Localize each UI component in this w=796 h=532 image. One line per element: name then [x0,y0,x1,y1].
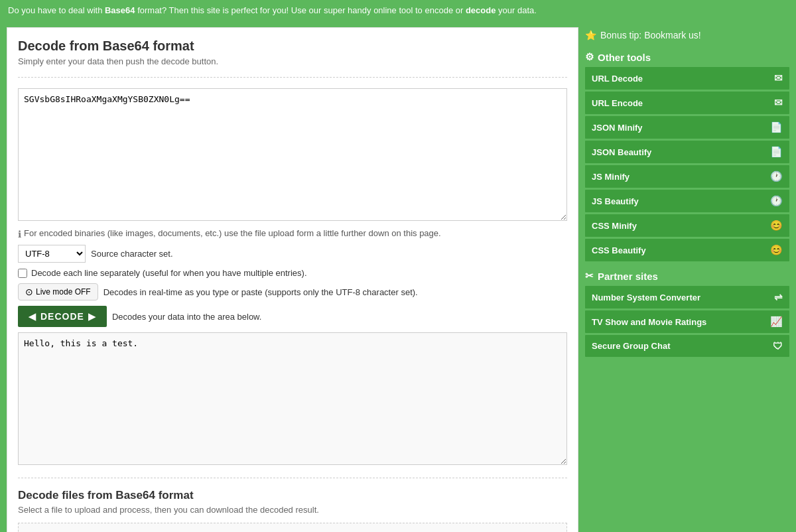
sidebar-item-js-beautify[interactable]: JS Beautify 🕐 [585,190,789,212]
bonus-tip: ⭐ Bonus tip: Bookmark us! [585,27,789,47]
base64-input[interactable]: SGVsbG8sIHRoaXMgaXMgYSB0ZXN0Lg== [18,88,567,221]
charset-select[interactable]: UTF-8 ISO-8859-1 ASCII [18,245,86,263]
info-text: ℹ For encoded binaries (like images, doc… [18,228,567,239]
css-beautify-icon: 😊 [770,244,783,256]
secure-chat-icon: 🛡 [773,340,783,352]
number-converter-icon: ⇌ [774,291,783,303]
sidebar-item-url-decode[interactable]: URL Decode ✉ [585,67,789,90]
decode-button[interactable]: ◀ DECODE ▶ [18,306,107,327]
decode-arrow-right: ▶ [88,311,96,322]
css-minify-label: CSS Minify [592,221,637,231]
content-area: Decode from Base64 format Simply enter y… [7,27,578,532]
charset-row: UTF-8 ISO-8859-1 ASCII Source character … [18,245,567,263]
decode-desc: Decodes your data into the area below. [112,312,261,322]
toggle-icon: ⊙ [25,287,33,297]
sidebar-item-js-minify[interactable]: JS Minify 🕐 [585,165,789,188]
decode-row: ◀ DECODE ▶ Decodes your data into the ar… [18,306,567,327]
sidebar-item-url-encode[interactable]: URL Encode ✉ [585,92,789,114]
sidebar-item-json-minify[interactable]: JSON Minify 📄 [585,116,789,139]
multiline-checkbox[interactable] [18,269,27,278]
files-section-title: Decode files from Base64 format [18,489,567,502]
url-encode-icon: ✉ [774,97,783,109]
gear-icon: ⚙ [585,51,594,63]
sidebar-item-css-beautify[interactable]: CSS Beautify 😊 [585,239,789,261]
js-minify-icon: 🕐 [770,170,783,182]
decode-label: DECODE [40,311,84,322]
json-minify-label: JSON Minify [592,123,643,133]
charset-label: Source character set. [91,249,173,259]
url-decode-icon: ✉ [774,72,783,84]
url-encode-label: URL Encode [592,98,643,108]
checkbox-row: Decode each line separately (useful for … [18,268,567,278]
css-minify-icon: 😊 [770,220,783,232]
top-banner: Do you have to deal with Base64 format? … [0,0,796,21]
secure-chat-label: Secure Group Chat [592,341,670,351]
js-beautify-icon: 🕐 [770,195,783,207]
tv-ratings-label: TV Show and Movie Ratings [592,317,706,327]
json-minify-icon: 📄 [770,121,783,133]
info-icon: ℹ [18,229,21,239]
tv-ratings-icon: 📈 [770,316,783,328]
number-converter-label: Number System Converter [592,293,700,302]
page-subtitle: Simply enter your data then push the dec… [18,56,567,66]
divider-top [18,77,567,78]
sidebar: ⭐ Bonus tip: Bookmark us! ⚙ Other tools … [585,27,789,532]
js-minify-label: JS Minify [592,172,630,182]
star-icon: ⭐ [585,30,596,40]
url-decode-label: URL Decode [592,74,643,84]
decode-arrow-left: ◀ [29,311,36,322]
json-beautify-icon: 📄 [770,146,783,158]
livemode-desc: Decodes in real-time as you type or past… [103,287,418,297]
sidebar-item-secure-chat[interactable]: Secure Group Chat 🛡 [585,335,789,357]
page-title: Decode from Base64 format [18,38,567,54]
other-tools-title: ⚙ Other tools [585,47,789,67]
json-beautify-label: JSON Beautify [592,147,651,157]
file-upload-area[interactable] [18,523,567,532]
sidebar-item-json-beautify[interactable]: JSON Beautify 📄 [585,141,789,163]
checkbox-label: Decode each line separately (useful for … [31,268,307,278]
livemode-button[interactable]: ⊙ Live mode OFF [18,283,98,300]
livemode-row: ⊙ Live mode OFF Decodes in real-time as … [18,283,567,300]
partner-icon: ✂ [585,270,594,282]
divider-files [18,478,567,478]
sidebar-item-number-converter[interactable]: Number System Converter ⇌ [585,286,789,308]
sidebar-item-css-minify[interactable]: CSS Minify 😊 [585,214,789,237]
banner-text: Do you have to deal with Base64 format? … [8,5,537,15]
sidebar-item-tv-ratings[interactable]: TV Show and Movie Ratings 📈 [585,310,789,333]
js-beautify-label: JS Beautify [592,196,639,206]
partner-sites-title: ✂ Partner sites [585,263,789,286]
livemode-label: Live mode OFF [36,287,91,297]
main-layout: Decode from Base64 format Simply enter y… [0,21,796,532]
files-section-subtitle: Select a file to upload and process, the… [18,505,567,515]
decode-output[interactable]: Hello, this is a test. [18,332,567,465]
css-beautify-label: CSS Beautify [592,245,646,255]
